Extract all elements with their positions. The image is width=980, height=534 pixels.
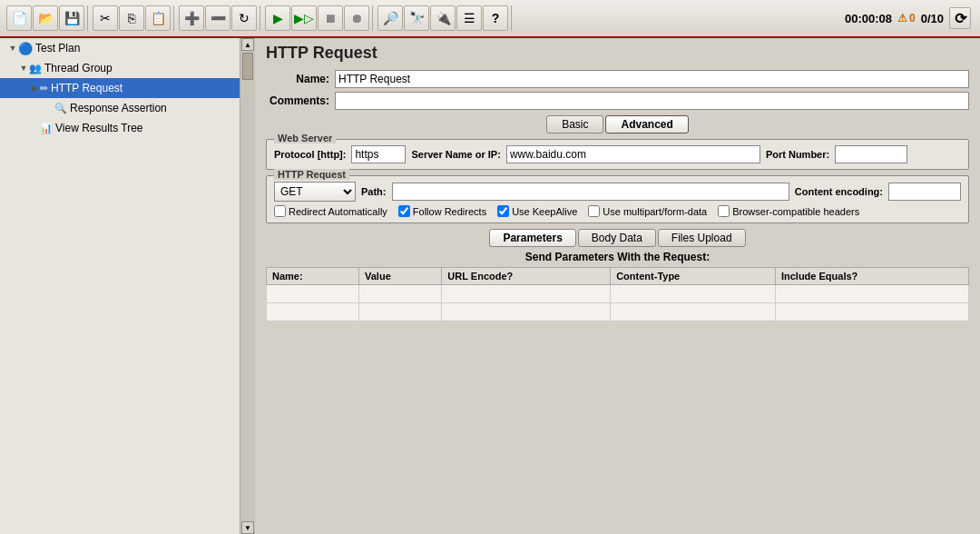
use-keepalive-checkbox-item[interactable]: Use KeepAlive: [497, 205, 577, 217]
tab-parameters[interactable]: Parameters: [489, 229, 575, 247]
encoding-input[interactable]: [888, 183, 961, 201]
col-value: Value: [359, 268, 442, 285]
refresh-button[interactable]: ⟳: [949, 7, 971, 29]
redirect-auto-checkbox[interactable]: [274, 205, 286, 217]
new-button[interactable]: 📄: [6, 5, 32, 31]
follow-redirects-checkbox[interactable]: [398, 205, 410, 217]
stop-now-button[interactable]: ⏺: [344, 5, 369, 31]
copy-button[interactable]: ⎘: [119, 5, 144, 31]
redirect-auto-label: Redirect Automatically: [289, 206, 387, 217]
open-button[interactable]: 📂: [33, 5, 58, 31]
list-button[interactable]: ☰: [456, 5, 482, 31]
params-section: Send Parameters With the Request: Name: …: [266, 251, 969, 321]
scroll-up-arrow[interactable]: ▲: [241, 38, 254, 51]
tab-files-upload[interactable]: Files Upload: [658, 229, 746, 247]
use-multipart-checkbox-item[interactable]: Use multipart/form-data: [588, 205, 707, 217]
check-button[interactable]: 🔎: [377, 5, 403, 31]
table-row-empty: [267, 285, 969, 303]
sidebar-item-view-results-tree[interactable]: 📊 View Results Tree: [0, 118, 240, 138]
follow-redirects-checkbox-item[interactable]: Follow Redirects: [398, 205, 486, 217]
add-button[interactable]: ➕: [179, 5, 204, 31]
help-button[interactable]: ?: [483, 5, 508, 31]
server-input[interactable]: [506, 145, 760, 163]
remove-button[interactable]: ➖: [205, 5, 230, 31]
http-request-section: HTTP Request GET POST PUT DELETE HEAD Pa…: [266, 175, 969, 223]
main-layout: ▼ 🔵 Test Plan ▼ 👥 Thread Group ▶ ✏ HTTP …: [0, 38, 980, 534]
tab-basic[interactable]: Basic: [546, 115, 603, 134]
protocol-label: Protocol [http]:: [274, 149, 346, 160]
use-keepalive-checkbox[interactable]: [497, 205, 509, 217]
params-title: Send Parameters With the Request:: [266, 251, 969, 263]
test-plan-label: Test Plan: [35, 42, 80, 54]
edit-group: ✂ ⎘ 📋: [90, 5, 174, 31]
left-scroll: ▲ ▼: [240, 38, 255, 534]
port-input[interactable]: [835, 145, 907, 163]
main-tab-bar: Basic Advanced: [266, 115, 969, 134]
sidebar-item-response-assertion[interactable]: 🔍 Response Assertion: [0, 98, 240, 118]
scroll-down-arrow[interactable]: ▼: [241, 521, 254, 534]
method-select[interactable]: GET POST PUT DELETE HEAD: [274, 182, 356, 202]
run-button[interactable]: ▶: [265, 5, 290, 31]
http-request-label: HTTP Request: [51, 82, 122, 94]
timer-display: 00:00:08: [845, 12, 892, 25]
path-input[interactable]: [392, 183, 789, 201]
toolbar: 📄 📂 💾 ✂ ⎘ 📋 ➕ ➖ ↻ ▶ ▶▷ ⏹ ⏺ 🔎 🔭 🔌 ☰ ? 00:…: [0, 0, 980, 38]
path-label: Path:: [361, 186, 387, 197]
tab-advanced[interactable]: Advanced: [605, 115, 688, 134]
browser-compatible-checkbox-item[interactable]: Browser-compatible headers: [718, 205, 859, 217]
name-input[interactable]: [335, 70, 969, 88]
tree-group: ➕ ➖ ↻: [176, 5, 260, 31]
comments-label: Comments:: [266, 94, 329, 107]
comments-row: Comments:: [266, 92, 969, 110]
use-multipart-checkbox[interactable]: [588, 205, 600, 217]
tab-body-data[interactable]: Body Data: [578, 229, 656, 247]
comments-input[interactable]: [335, 92, 969, 110]
web-server-section: Web Server Protocol [http]: Server Name …: [266, 139, 969, 170]
table-row-empty-2: [267, 303, 969, 321]
response-assertion-label: Response Assertion: [70, 102, 167, 114]
http-panel: HTTP Request Name: Comments: Basic Advan…: [255, 38, 980, 534]
save-button[interactable]: 💾: [59, 5, 84, 31]
expander-http-request[interactable]: ▶: [29, 84, 40, 93]
tools-group: 🔎 🔭 🔌 ☰ ?: [375, 5, 512, 31]
bottom-tab-bar: Parameters Body Data Files Upload: [266, 229, 969, 247]
params-table-body: [267, 285, 969, 321]
browser-compatible-checkbox[interactable]: [718, 205, 730, 217]
expander-test-plan[interactable]: ▼: [7, 44, 18, 53]
sidebar-item-test-plan[interactable]: ▼ 🔵 Test Plan: [0, 38, 240, 58]
params-table: Name: Value URL Encode? Content-Type Inc…: [266, 267, 969, 321]
paste-button[interactable]: 📋: [145, 5, 171, 31]
col-include-equals: Include Equals?: [775, 268, 968, 285]
sidebar-item-http-request[interactable]: ▶ ✏ HTTP Request: [0, 78, 240, 98]
content-wrapper: ▲ ▼ HTTP Request Name: Comments: Basic A…: [240, 38, 980, 534]
warning-badge: ⚠ 0: [897, 12, 916, 25]
name-row: Name:: [266, 70, 969, 88]
clear-button[interactable]: ↻: [231, 5, 257, 31]
expander-thread-group[interactable]: ▼: [18, 64, 29, 73]
redirect-auto-checkbox-item[interactable]: Redirect Automatically: [274, 205, 387, 217]
server-label: Server Name or IP:: [411, 149, 500, 160]
web-server-legend: Web Server: [274, 133, 336, 143]
thread-group-label: Thread Group: [44, 62, 113, 74]
run-group: ▶ ▶▷ ⏹ ⏺: [262, 5, 373, 31]
follow-redirects-label: Follow Redirects: [413, 206, 486, 217]
name-label: Name:: [266, 73, 329, 85]
scroll-thumb[interactable]: [242, 53, 253, 80]
encoding-label: Content encoding:: [795, 186, 883, 197]
use-multipart-label: Use multipart/form-data: [603, 206, 707, 217]
web-server-inner: Protocol [http]: Server Name or IP: Port…: [274, 145, 961, 163]
protocol-input[interactable]: [351, 145, 406, 163]
cut-button[interactable]: ✂: [93, 5, 118, 31]
stop-button[interactable]: ⏹: [318, 5, 343, 31]
run-no-pause-button[interactable]: ▶▷: [291, 5, 317, 31]
view-results-tree-label: View Results Tree: [55, 122, 143, 134]
file-group: 📄 📂 💾: [4, 5, 88, 31]
port-label: Port Number:: [766, 149, 829, 160]
col-content-type: Content-Type: [611, 268, 776, 285]
col-urlencode: URL Encode?: [442, 268, 611, 285]
sidebar-item-thread-group[interactable]: ▼ 👥 Thread Group: [0, 58, 240, 78]
search-button[interactable]: 🔭: [404, 5, 429, 31]
remote-button[interactable]: 🔌: [430, 5, 456, 31]
http-request-legend: HTTP Request: [274, 169, 349, 180]
run-counter: 0/10: [921, 12, 944, 25]
